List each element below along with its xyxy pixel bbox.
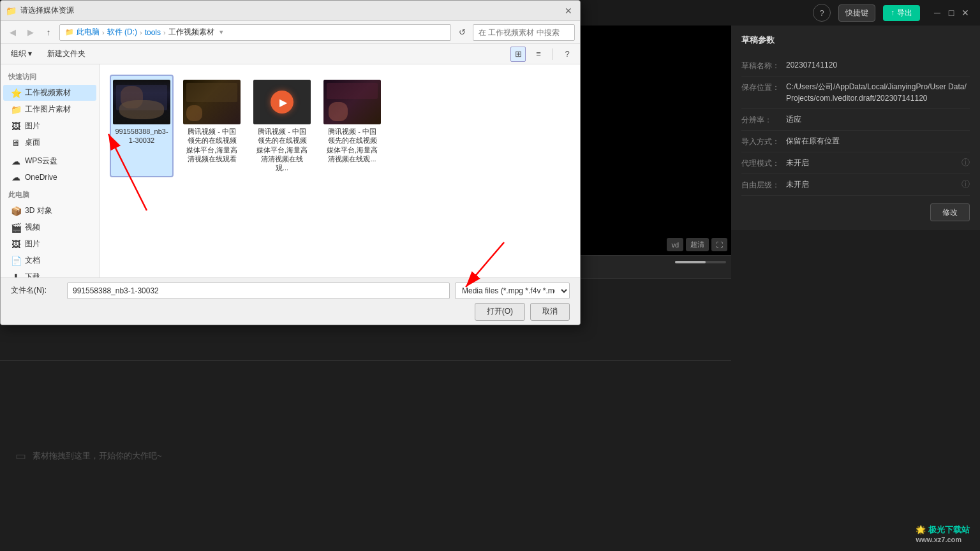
3d-icon: 📦 xyxy=(11,206,21,216)
quick-access-title: 快速访问 xyxy=(1,70,99,84)
nav-item-onedrive[interactable]: ☁ OneDrive xyxy=(3,170,96,185)
videos-icon: 🎬 xyxy=(11,223,21,233)
nav-label-3d: 3D 对象 xyxy=(25,205,52,216)
wps-cloud-icon: ☁ xyxy=(11,156,21,166)
dialog-title-icon: 📁 xyxy=(6,6,17,16)
nav-label-videos: 视频 xyxy=(25,222,40,233)
quick-access-section: 快速访问 ⭐ 工作视频素材 📁 工作图片素材 🖼 图片 🖥 xyxy=(1,70,99,151)
dialog-bottom: 文件名(N): Media files (*.mpg *.f4v *.mc 打开… xyxy=(1,277,580,325)
pics-icon: 🖼 xyxy=(11,239,21,249)
onedrive-icon: ☁ xyxy=(11,172,21,182)
nav-item-3d[interactable]: 📦 3D 对象 xyxy=(3,203,96,219)
view-grid-button[interactable]: ⊞ xyxy=(510,47,526,62)
dialog-address-bar: ◀ ▶ ↑ 📁 此电脑 › 软件 (D:) › tools › 工作视频素材 ▾… xyxy=(1,21,580,44)
file-dialog: 📁 请选择媒体资源 ✕ ◀ ▶ ↑ 📁 此电脑 › 软件 (D:) › tool… xyxy=(0,0,581,325)
thispc-section: 此电脑 📦 3D 对象 🎬 视频 🖼 图片 📄 xyxy=(1,187,99,277)
docs-icon: 📄 xyxy=(11,256,21,266)
action-row: 打开(O) 取消 xyxy=(11,303,570,321)
view-list-button[interactable]: ≡ xyxy=(531,47,546,62)
nav-item-videos[interactable]: 🎬 视频 xyxy=(3,219,96,235)
filename-label: 文件名(N): xyxy=(11,285,62,296)
file-item-4[interactable]: 腾讯视频 - 中国领先的在线视频媒体平台,海量高清视频在线观... xyxy=(320,75,384,177)
breadcrumb-current: 工作视频素材 xyxy=(168,27,214,38)
dialog-title-bar: 📁 请选择媒体资源 ✕ xyxy=(1,1,580,21)
dialog-body: 快速访问 ⭐ 工作视频素材 📁 工作图片素材 🖼 图片 🖥 xyxy=(1,64,580,277)
folder-image-icon: 📁 xyxy=(11,105,21,115)
nav-label-onedrive: OneDrive xyxy=(25,173,57,182)
nav-forward-button[interactable]: ▶ xyxy=(24,26,38,40)
nav-item-desktop[interactable]: 🖥 桌面 xyxy=(3,135,96,151)
nav-item-video-folder[interactable]: ⭐ 工作视频素材 xyxy=(3,85,96,101)
breadcrumb-drive[interactable]: 软件 (D:) xyxy=(107,27,137,38)
nav-label-desktop: 桌面 xyxy=(25,137,40,148)
nav-item-pictures[interactable]: 🖼 图片 xyxy=(3,118,96,134)
folder-video-icon: ⭐ xyxy=(11,88,21,98)
file-name-2: 腾讯视频 - 中国领先的在线视频媒体平台,海量高清视频在线观看 xyxy=(185,127,239,163)
new-folder-button[interactable]: 新建文件夹 xyxy=(42,47,91,61)
file-name-1: 991558388_nb3-1-30032 xyxy=(115,127,168,145)
nav-item-docs[interactable]: 📄 文档 xyxy=(3,253,96,268)
file-thumb-4 xyxy=(323,80,381,124)
files-grid: 991558388_nb3-1-30032 腾讯视频 - 中国领先的在线视频媒体… xyxy=(105,70,575,182)
nav-item-wps-cloud[interactable]: ☁ WPS云盘 xyxy=(3,153,96,169)
nav-label-downloads: 下载 xyxy=(25,272,40,277)
cloud-section: ☁ WPS云盘 ☁ OneDrive xyxy=(1,153,99,185)
nav-back-button[interactable]: ◀ xyxy=(6,26,20,40)
filename-input[interactable] xyxy=(67,283,450,299)
file-thumb-3: ▶ xyxy=(253,80,311,124)
view-details-button[interactable]: ? xyxy=(560,47,575,62)
nav-item-image-folder[interactable]: 📁 工作图片素材 xyxy=(3,101,96,117)
nav-label-video-folder: 工作视频素材 xyxy=(25,87,71,98)
dialog-title-text: 请选择媒体资源 xyxy=(20,5,558,16)
organize-button[interactable]: 组织 ▾ xyxy=(6,47,37,61)
thispc-title: 此电脑 xyxy=(1,187,99,202)
folder-icon: 📁 xyxy=(65,28,74,36)
toolbar-separator xyxy=(553,48,553,60)
file-name-3: 腾讯视频 - 中国领先的在线视频媒体平台,海量高清清视频在线观... xyxy=(255,127,309,172)
dialog-nav: 快速访问 ⭐ 工作视频素材 📁 工作图片素材 🖼 图片 🖥 xyxy=(1,64,100,277)
downloads-icon: ⬇ xyxy=(11,272,21,278)
filetype-select[interactable]: Media files (*.mpg *.f4v *.mc xyxy=(455,283,570,299)
nav-item-pics[interactable]: 🖼 图片 xyxy=(3,236,96,252)
nav-label-wps-cloud: WPS云盘 xyxy=(25,156,57,166)
desktop-icon: 🖥 xyxy=(11,138,21,148)
pictures-icon: 🖼 xyxy=(11,121,21,131)
nav-label-docs: 文档 xyxy=(25,255,40,266)
nav-label-pictures: 图片 xyxy=(25,121,40,131)
dialog-files: 991558388_nb3-1-30032 腾讯视频 - 中国领先的在线视频媒体… xyxy=(100,64,580,277)
breadcrumb-tools[interactable]: tools xyxy=(145,28,161,37)
refresh-button[interactable]: ↺ xyxy=(455,26,469,40)
nav-label-image-folder: 工作图片素材 xyxy=(25,104,71,115)
breadcrumb-pc[interactable]: 此电脑 xyxy=(77,27,100,38)
file-name-4: 腾讯视频 - 中国领先的在线视频媒体平台,海量高清视频在线观... xyxy=(325,127,379,163)
file-thumb-2 xyxy=(183,80,241,124)
file-dialog-overlay: 📁 请选择媒体资源 ✕ ◀ ▶ ↑ 📁 此电脑 › 软件 (D:) › tool… xyxy=(0,0,980,551)
nav-up-button[interactable]: ↑ xyxy=(41,26,56,40)
file-item-3[interactable]: ▶ 腾讯视频 - 中国领先的在线视频媒体平台,海量高清清视频在线观... xyxy=(250,75,314,177)
open-button[interactable]: 打开(O) xyxy=(475,303,525,321)
file-item-2[interactable]: 腾讯视频 - 中国领先的在线视频媒体平台,海量高清视频在线观看 xyxy=(180,75,244,177)
dialog-toolbar: 组织 ▾ 新建文件夹 ⊞ ≡ ? xyxy=(1,44,580,64)
filename-row: 文件名(N): Media files (*.mpg *.f4v *.mc xyxy=(11,283,570,299)
file-thumb-1 xyxy=(113,80,170,124)
breadcrumb: 📁 此电脑 › 软件 (D:) › tools › 工作视频素材 ▾ xyxy=(59,24,451,41)
cancel-button[interactable]: 取消 xyxy=(530,303,570,321)
file-item-1[interactable]: 991558388_nb3-1-30032 xyxy=(110,75,174,177)
dialog-close-button[interactable]: ✕ xyxy=(562,4,575,17)
nav-label-pics: 图片 xyxy=(25,239,40,249)
search-input[interactable] xyxy=(473,24,575,41)
nav-item-downloads[interactable]: ⬇ 下载 xyxy=(3,269,96,277)
